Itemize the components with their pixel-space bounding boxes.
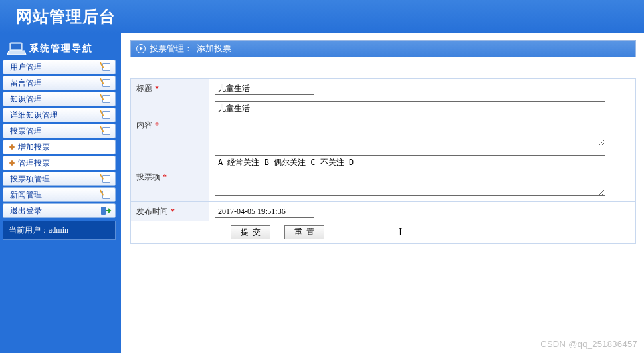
current-user-value: admin <box>49 225 68 235</box>
sidebar-item-knowledge-mgmt[interactable]: 知识管理 <box>3 92 116 106</box>
sidebar-item-label: 退出登录 <box>10 205 42 217</box>
edit-icon <box>100 174 112 184</box>
sidebar-item-label: 投票管理 <box>10 126 42 137</box>
required-asterisk: * <box>155 84 159 93</box>
edit-icon <box>100 78 112 88</box>
required-asterisk: * <box>163 172 167 181</box>
panel: 投票管理： 添加投票 <box>130 40 636 57</box>
sidebar-item-label: 留言管理 <box>10 78 42 89</box>
svg-rect-2 <box>101 207 106 215</box>
submit-button[interactable]: 提交 <box>231 225 270 239</box>
sidebar-item-message-mgmt[interactable]: 留言管理 <box>3 76 116 90</box>
nav-title: 系统管理导航 <box>3 37 116 60</box>
breadcrumb-action: 添加投票 <box>197 43 231 55</box>
main-content: 投票管理： 添加投票 标题* 内容* <box>121 33 644 353</box>
sidebar-item-label: 管理投票 <box>18 158 50 169</box>
sidebar-item-label: 用户管理 <box>10 62 42 73</box>
sidebar-item-label: 详细知识管理 <box>10 110 58 121</box>
sidebar-item-add-vote[interactable]: 增加投票 <box>3 140 116 154</box>
laptop-icon <box>7 41 27 56</box>
panel-header: 投票管理： 添加投票 <box>131 41 635 57</box>
play-icon <box>136 44 146 53</box>
sidebar-item-detail-knowledge-mgmt[interactable]: 详细知识管理 <box>3 108 116 122</box>
label-options: 投票项* <box>131 152 209 202</box>
bullet-icon <box>9 160 15 166</box>
options-textarea[interactable] <box>215 155 605 196</box>
required-asterisk: * <box>155 120 159 130</box>
sidebar-item-label: 投票项管理 <box>10 174 50 185</box>
edit-icon <box>100 189 112 200</box>
publish-time-input[interactable] <box>215 205 314 218</box>
edit-icon <box>100 110 112 120</box>
reset-button[interactable]: 重置 <box>284 225 324 239</box>
current-user: 当前用户：admin <box>3 221 116 240</box>
sidebar-item-logout[interactable]: 退出登录 <box>3 203 116 218</box>
required-asterisk: * <box>171 207 175 216</box>
sidebar: 系统管理导航 用户管理 留言管理 知识管理 详细知识管理 投票管理 <box>0 33 121 353</box>
sidebar-item-label: 知识管理 <box>10 94 42 105</box>
edit-icon <box>100 94 112 104</box>
app-title: 网站管理后台 <box>16 8 116 25</box>
current-user-label: 当前用户： <box>9 225 49 235</box>
watermark: CSDN @qq_251836457 <box>540 339 637 349</box>
sidebar-item-user-mgmt[interactable]: 用户管理 <box>3 60 116 74</box>
breadcrumb-module: 投票管理： <box>150 43 193 55</box>
label-publish-time: 发布时间* <box>131 202 209 221</box>
title-input[interactable] <box>215 82 314 95</box>
sidebar-item-manage-vote[interactable]: 管理投票 <box>3 156 116 170</box>
bullet-icon <box>9 144 15 150</box>
edit-icon <box>100 126 112 136</box>
sidebar-item-vote-mgmt[interactable]: 投票管理 <box>3 124 116 138</box>
sidebar-item-label: 增加投票 <box>18 142 50 153</box>
label-content: 内容* <box>131 98 209 152</box>
logout-icon <box>100 205 112 216</box>
form-table: 标题* 内容* 投票项* <box>130 78 636 244</box>
edit-icon <box>100 62 112 72</box>
app-header: 网站管理后台 <box>0 0 644 33</box>
svg-rect-1 <box>11 44 21 49</box>
sidebar-item-news-mgmt[interactable]: 新闻管理 <box>3 187 116 202</box>
sidebar-item-label: 新闻管理 <box>10 189 42 201</box>
content-textarea[interactable] <box>215 101 605 146</box>
label-title: 标题* <box>131 79 209 98</box>
sidebar-item-vote-option-mgmt[interactable]: 投票项管理 <box>3 172 116 186</box>
